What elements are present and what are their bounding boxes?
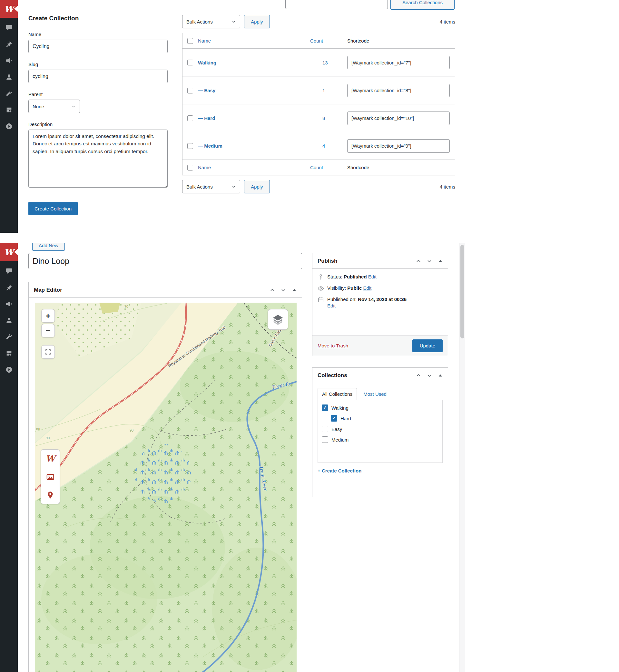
select-all-checkbox[interactable] — [187, 38, 193, 44]
slug-field[interactable] — [28, 70, 167, 83]
collection-count-link[interactable]: 13 — [310, 60, 347, 65]
search-collections-button[interactable]: Search Collections — [391, 0, 455, 10]
blocks-plus-icon[interactable] — [5, 350, 13, 357]
pin-icon[interactable] — [5, 41, 13, 48]
move-to-trash-link[interactable]: Move to Trash — [318, 343, 348, 349]
row-checkbox[interactable] — [187, 88, 193, 93]
chevron-down-icon — [231, 19, 236, 24]
tools-wrench-icon[interactable] — [5, 333, 13, 340]
checkbox[interactable] — [322, 426, 328, 432]
collection-count-link[interactable]: 1 — [310, 88, 347, 93]
add-new-button[interactable]: Add New — [32, 243, 65, 251]
column-count[interactable]: Count — [310, 165, 347, 170]
shortcode-field[interactable]: [Waymark collection_id="9"] — [347, 139, 450, 153]
collection-name-link[interactable]: — Hard — [198, 116, 310, 121]
move-up-button[interactable] — [267, 285, 278, 296]
waymark-tool-button[interactable]: W — [41, 450, 60, 468]
move-down-button[interactable] — [278, 285, 289, 296]
tools-wrench-icon[interactable] — [5, 90, 13, 97]
chevron-up-icon — [415, 372, 422, 379]
zoom-out-button[interactable]: − — [41, 324, 55, 338]
published-on-label: Published on: — [327, 297, 357, 302]
apply-button[interactable]: Apply — [244, 15, 270, 28]
shortcode-field[interactable]: [Waymark collection_id="8"] — [347, 84, 450, 97]
collection-option-medium[interactable]: Medium — [322, 436, 438, 443]
collapse-menu-icon[interactable] — [5, 366, 13, 373]
checkbox[interactable] — [331, 415, 337, 422]
collections-checklist: Walking Hard Easy Medium — [318, 400, 443, 463]
toggle-panel-button[interactable] — [435, 370, 446, 381]
collection-name-link[interactable]: Walking — [198, 60, 310, 65]
move-up-button[interactable] — [413, 370, 424, 381]
chevron-down-icon — [426, 372, 433, 379]
search-collections-input[interactable] — [285, 0, 388, 9]
post-title-input[interactable] — [28, 253, 302, 269]
tab-all-collections[interactable]: All Collections — [318, 388, 357, 400]
status-key-icon — [318, 274, 324, 280]
sidebar-item-waymark[interactable]: W — [0, 0, 18, 18]
comments-icon[interactable] — [5, 268, 13, 275]
create-collection-button[interactable]: Create Collection — [28, 202, 78, 215]
collection-option-easy[interactable]: Easy — [322, 426, 438, 432]
select-all-checkbox[interactable] — [187, 165, 193, 170]
name-field[interactable] — [28, 40, 167, 53]
comments-icon[interactable] — [5, 24, 13, 31]
zoom-in-button[interactable]: + — [41, 309, 55, 323]
checkbox[interactable] — [322, 404, 328, 411]
collection-name-link[interactable]: — Easy — [198, 88, 310, 93]
collection-option-walking[interactable]: Walking — [322, 404, 438, 411]
publish-title: Publish — [318, 258, 413, 264]
shortcode-field[interactable]: [Waymark collection_id="7"] — [347, 56, 450, 69]
move-down-button[interactable] — [424, 255, 435, 267]
add-collection-link[interactable]: + Create Collection — [318, 468, 361, 473]
sidebar-item-waymark[interactable]: W — [0, 243, 18, 261]
scrollbar[interactable] — [459, 243, 465, 672]
blocks-plus-icon[interactable] — [5, 106, 13, 114]
waymark-icon: W — [46, 454, 55, 463]
shortcode-field[interactable]: [Waymark collection_id="10"] — [347, 111, 450, 125]
layers-control-button[interactable] — [268, 309, 288, 330]
scrollbar-thumb[interactable] — [460, 245, 464, 339]
edit-published-date-link[interactable]: Edit — [327, 303, 336, 308]
parent-select[interactable]: None — [28, 99, 80, 113]
collection-option-hard[interactable]: Hard — [331, 415, 438, 422]
megaphone-icon[interactable] — [5, 300, 13, 307]
marker-tool-button[interactable] — [41, 486, 60, 504]
move-up-button[interactable] — [413, 255, 424, 267]
triangle-up-icon — [437, 372, 443, 379]
apply-button[interactable]: Apply — [244, 180, 270, 194]
edit-visibility-link[interactable]: Edit — [363, 285, 371, 291]
fullscreen-button[interactable] — [41, 345, 55, 359]
collection-name-link[interactable]: — Medium — [198, 143, 310, 149]
column-name[interactable]: Name — [198, 165, 310, 170]
image-tool-button[interactable] — [41, 468, 60, 486]
move-down-button[interactable] — [424, 370, 435, 381]
form-heading: Create Collection — [28, 15, 167, 22]
bulk-actions-select[interactable]: Bulk Actions — [182, 180, 240, 194]
edit-status-link[interactable]: Edit — [368, 274, 376, 280]
megaphone-icon[interactable] — [5, 57, 13, 64]
collection-count-link[interactable]: 4 — [310, 143, 347, 149]
toggle-panel-button[interactable] — [435, 255, 446, 267]
collections-header: Collections — [313, 368, 448, 383]
publish-header: Publish — [313, 253, 448, 269]
pin-icon[interactable] — [5, 284, 13, 291]
bulk-actions-select[interactable]: Bulk Actions — [182, 15, 240, 28]
users-icon[interactable] — [5, 317, 13, 324]
collection-count-link[interactable]: 8 — [310, 116, 347, 121]
table-row: — Easy 1 [Waymark collection_id="8"] — [183, 76, 455, 104]
map-canvas[interactable]: Royston to Cumberland Railway Trail Dan'… — [35, 303, 297, 672]
collapse-menu-icon[interactable] — [5, 123, 13, 130]
checkbox[interactable] — [322, 436, 328, 443]
row-checkbox[interactable] — [187, 60, 193, 65]
tab-most-used[interactable]: Most Used — [363, 388, 387, 400]
description-field[interactable]: Lorem ipsum dolor sit amet, consectetur … — [28, 130, 167, 188]
column-count[interactable]: Count — [310, 38, 347, 44]
row-checkbox[interactable] — [187, 116, 193, 121]
toggle-panel-button[interactable] — [289, 285, 300, 296]
column-name[interactable]: Name — [198, 38, 310, 44]
users-icon[interactable] — [5, 73, 13, 81]
update-button[interactable]: Update — [412, 340, 443, 352]
visibility-eye-icon — [318, 285, 324, 292]
row-checkbox[interactable] — [187, 143, 193, 149]
